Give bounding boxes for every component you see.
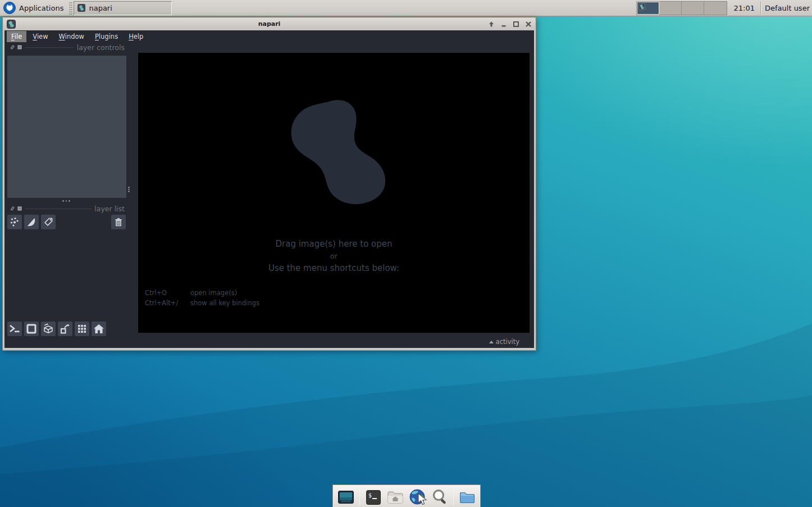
header-line (25, 47, 74, 48)
napari-app-icon (77, 4, 85, 12)
applications-menu-button[interactable]: Applications (0, 1, 68, 16)
dock-separator (453, 488, 454, 505)
shortcut-keys: Ctrl+Alt+/ (145, 298, 190, 308)
panel-resize-handle-horizontal[interactable] (62, 200, 70, 202)
panel-resize-handle-vertical[interactable] (128, 187, 130, 192)
mouse-cursor (418, 493, 428, 506)
session-user-label: Default user (761, 4, 812, 12)
workspace-4[interactable] (704, 2, 727, 15)
menu-plugins[interactable]: Plugins (90, 31, 122, 42)
window-minimize-button[interactable] (500, 20, 507, 28)
shortcut-action: show all key bindings (190, 298, 259, 308)
toggle-2d-3d-button[interactable] (24, 322, 39, 336)
shortcut-action: open image(s) (190, 288, 237, 298)
close-icon (525, 21, 532, 28)
labels-tag-icon (43, 216, 54, 228)
grid-icon (76, 323, 88, 335)
hide-panel-icon[interactable] (17, 45, 22, 49)
layer-controls-header: layer controls (10, 43, 125, 51)
menu-window[interactable]: Window (54, 31, 89, 42)
napari-mini-window-icon (638, 3, 645, 10)
console-prompt-icon (8, 323, 21, 335)
maximize-icon (513, 21, 519, 28)
shortcut-row: Ctrl+O open image(s) (145, 288, 259, 298)
menu-view[interactable]: View (28, 31, 52, 42)
bottom-dock: $ (332, 485, 481, 507)
transpose-dimensions-button[interactable] (58, 322, 72, 336)
terminal-icon: $ (365, 489, 382, 506)
layer-controls-title: layer controls (77, 43, 125, 52)
minimize-icon (500, 21, 507, 28)
napari-logo-watermark (285, 98, 392, 206)
menu-help[interactable]: Help (124, 31, 148, 42)
transpose-icon (59, 323, 71, 335)
shortcut-keys: Ctrl+O (145, 288, 190, 298)
welcome-line-3: Use the menu shortcuts below: (138, 263, 530, 273)
menu-bar: File View Window Plugins Help (4, 30, 534, 42)
activity-label: activity (496, 338, 519, 346)
shapes-icon (26, 216, 37, 228)
viewer-canvas[interactable]: Drag image(s) here to open or Use the me… (138, 53, 530, 333)
terminal-launcher[interactable]: $ (363, 487, 384, 507)
layer-controls-panel (7, 56, 126, 198)
ndisplay-square-icon (25, 323, 38, 335)
applications-menu-label: Applications (19, 4, 63, 12)
home-folder-icon (386, 488, 404, 506)
dock-separator (359, 488, 360, 505)
points-icon (9, 216, 20, 228)
float-panel-icon[interactable] (10, 45, 15, 49)
search-magnifier-icon (431, 488, 450, 507)
window-napari-icon (7, 20, 16, 29)
panel-grip[interactable] (69, 2, 72, 15)
top-panel: Applications napari 21:01 Default user (0, 0, 812, 16)
window-titlebar[interactable]: napari (3, 18, 535, 30)
window-title: napari (3, 20, 535, 28)
workspace-2[interactable] (659, 2, 682, 15)
window-maximize-button[interactable] (512, 20, 519, 28)
menu-file[interactable]: File (7, 31, 26, 42)
float-panel-icon[interactable] (10, 206, 15, 211)
shortcut-row: Ctrl+Alt+/ show all key bindings (145, 298, 259, 308)
layer-list-header: layer list (10, 205, 125, 212)
show-desktop-launcher[interactable] (336, 487, 356, 507)
home-reset-view-button[interactable] (92, 322, 106, 336)
workspace-pager (636, 1, 727, 15)
trash-icon (113, 216, 124, 228)
application-finder-launcher[interactable] (430, 487, 450, 507)
svg-text:$: $ (368, 492, 372, 499)
console-button[interactable] (7, 322, 22, 336)
new-shapes-layer-button[interactable] (24, 215, 39, 229)
workspace-1-active[interactable] (637, 2, 659, 15)
taskbar-item-napari[interactable]: napari (74, 1, 172, 15)
napari-main-area: File View Window Plugins Help layer cont… (4, 30, 534, 348)
new-points-layer-button[interactable] (7, 215, 22, 229)
napari-window: napari (2, 17, 536, 351)
show-desktop-icon (337, 488, 355, 506)
shade-arrow-icon (488, 21, 495, 28)
activity-button[interactable]: activity (489, 338, 519, 346)
layer-list-title: layer list (94, 205, 125, 213)
welcome-message: Drag image(s) here to open or Use the me… (138, 239, 530, 273)
shortcut-hints: Ctrl+O open image(s) Ctrl+Alt+/ show all… (145, 288, 259, 308)
file-manager-launcher[interactable] (457, 487, 477, 507)
delete-layer-button[interactable] (111, 215, 126, 229)
taskbar-item-label: napari (89, 4, 112, 12)
window-shade-button[interactable] (487, 20, 495, 28)
file-manager-folder-icon (458, 488, 476, 506)
hide-panel-icon[interactable] (17, 206, 22, 211)
header-line (25, 209, 92, 209)
xfce-logo-icon (3, 2, 16, 14)
window-close-button[interactable] (524, 20, 532, 28)
welcome-line-2: or (138, 252, 530, 260)
new-labels-layer-button[interactable] (41, 215, 56, 229)
roll-dimensions-button[interactable] (41, 322, 56, 336)
activity-expand-icon (489, 341, 494, 343)
workspace-3[interactable] (682, 2, 704, 15)
grid-view-button[interactable] (75, 322, 89, 336)
home-folder-launcher[interactable] (385, 487, 405, 507)
welcome-line-1: Drag image(s) here to open (138, 239, 530, 249)
rotate-cube-icon (42, 323, 54, 335)
panel-clock: 21:01 (731, 4, 760, 12)
home-icon (93, 323, 105, 335)
